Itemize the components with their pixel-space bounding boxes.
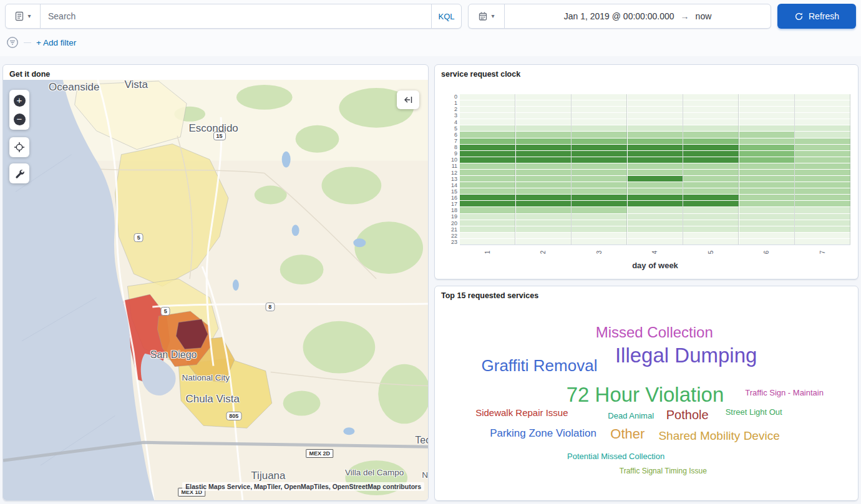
heatmap-cell[interactable] [516, 157, 572, 163]
heatmap-cell[interactable] [460, 201, 515, 206]
heatmap-cell[interactable] [460, 239, 515, 245]
heatmap-cell[interactable] [516, 176, 572, 182]
heatmap-cell[interactable] [516, 145, 572, 150]
heatmap-cell[interactable] [516, 182, 572, 188]
heatmap-cell[interactable] [516, 220, 572, 226]
heatmap-cell[interactable] [739, 214, 795, 220]
heatmap-cell[interactable] [795, 182, 850, 188]
draw-tools-button[interactable] [9, 163, 29, 183]
heatmap-cell[interactable] [460, 207, 515, 213]
heatmap-cell[interactable] [460, 214, 515, 220]
heatmap-cell[interactable] [572, 201, 627, 206]
heatmap-cell[interactable] [628, 107, 683, 112]
heatmap-cell[interactable] [572, 170, 627, 175]
heatmap-cell[interactable] [460, 100, 515, 106]
heatmap-cell[interactable] [628, 151, 683, 157]
heatmap-cell[interactable] [572, 220, 627, 226]
heatmap-cell[interactable] [683, 226, 739, 232]
heatmap-cell[interactable] [795, 132, 850, 137]
heatmap-cell[interactable] [628, 214, 683, 220]
heatmap-cell[interactable] [516, 119, 572, 125]
heatmap-cell[interactable] [516, 170, 572, 175]
heatmap-cell[interactable] [628, 132, 683, 137]
heatmap-cell[interactable] [739, 138, 795, 144]
heatmap-cell[interactable] [572, 163, 627, 169]
heatmap-cell[interactable] [739, 132, 795, 137]
heatmap-cell[interactable] [739, 170, 795, 175]
tagcloud-word[interactable]: Missed Collection [596, 325, 713, 340]
heatmap-cell[interactable] [628, 195, 683, 200]
heatmap-cell[interactable] [572, 125, 627, 131]
heatmap-cell[interactable] [516, 151, 572, 157]
heatmap-cell[interactable] [460, 119, 515, 125]
heatmap-cell[interactable] [460, 125, 515, 131]
heatmap-cell[interactable] [739, 226, 795, 232]
tagcloud-word[interactable]: Traffic Signal Timing Issue [620, 467, 707, 475]
heatmap-cell[interactable] [572, 151, 627, 157]
heatmap-cell[interactable] [460, 170, 515, 175]
heatmap-cell[interactable] [683, 107, 739, 112]
heatmap-cell[interactable] [739, 195, 795, 200]
heatmap-cell[interactable] [795, 195, 850, 200]
heatmap-cell[interactable] [739, 145, 795, 150]
heatmap-cell[interactable] [795, 207, 850, 213]
heatmap-cell[interactable] [628, 138, 683, 144]
heatmap-cell[interactable] [683, 151, 739, 157]
heatmap-cell[interactable] [628, 188, 683, 194]
heatmap-cell[interactable] [516, 138, 572, 144]
map-attribution[interactable]: Elastic Maps Service, MapTiler, OpenMapT… [182, 482, 424, 491]
heatmap-cell[interactable] [516, 163, 572, 169]
heatmap-cell[interactable] [795, 94, 850, 100]
heatmap-cell[interactable] [572, 132, 627, 137]
heatmap-cell[interactable] [683, 214, 739, 220]
heatmap-cell[interactable] [795, 163, 850, 169]
heatmap-cell[interactable] [516, 100, 572, 106]
heatmap-cell[interactable] [628, 207, 683, 213]
heatmap-cell[interactable] [572, 239, 627, 245]
tagcloud-word[interactable]: Other [610, 427, 645, 441]
heatmap-cell[interactable] [460, 113, 515, 119]
tagcloud-word[interactable]: Dead Animal [608, 411, 654, 419]
heatmap-cell[interactable] [683, 138, 739, 144]
tagcloud-word[interactable]: Pothole [666, 409, 709, 421]
set-view-button[interactable] [9, 137, 29, 157]
heatmap-cell[interactable] [572, 100, 627, 106]
heatmap-cell[interactable] [795, 214, 850, 220]
heatmap-cell[interactable] [683, 100, 739, 106]
heatmap-cell[interactable] [628, 201, 683, 206]
tagcloud-word[interactable]: Potential Missed Collection [567, 452, 664, 460]
heatmap-cell[interactable] [460, 182, 515, 188]
saved-queries-button[interactable]: ▾ [6, 4, 41, 28]
heatmap-cell[interactable] [683, 94, 739, 100]
heatmap-cell[interactable] [795, 220, 850, 226]
heatmap-cell[interactable] [795, 188, 850, 194]
heatmap-cell[interactable] [460, 220, 515, 226]
heatmap-cell[interactable] [572, 176, 627, 182]
tagcloud-word[interactable]: Shared Mobility Device [658, 430, 779, 442]
heatmap-cell[interactable] [795, 138, 850, 144]
heatmap-cell[interactable] [516, 132, 572, 137]
date-range-end[interactable]: now [696, 11, 712, 21]
heatmap-cell[interactable] [795, 151, 850, 157]
tagcloud-word[interactable]: Illegal Dumping [615, 344, 757, 365]
heatmap-cell[interactable] [628, 233, 683, 238]
heatmap-cell[interactable] [628, 119, 683, 125]
filter-icon[interactable] [6, 36, 19, 49]
tagcloud-word[interactable]: Sidewalk Repair Issue [475, 407, 568, 417]
heatmap-cell[interactable] [739, 151, 795, 157]
heatmap-cell[interactable] [739, 107, 795, 112]
heatmap-cell[interactable] [795, 145, 850, 150]
heatmap-cell[interactable] [739, 163, 795, 169]
heatmap-cell[interactable] [795, 119, 850, 125]
heatmap-cell[interactable] [572, 145, 627, 150]
heatmap-cell[interactable] [683, 188, 739, 194]
heatmap-cell[interactable] [739, 207, 795, 213]
heatmap-cell[interactable] [739, 119, 795, 125]
heatmap-cell[interactable] [460, 138, 515, 144]
heatmap-cell[interactable] [739, 176, 795, 182]
heatmap-cell[interactable] [683, 233, 739, 238]
heatmap-cell[interactable] [572, 207, 627, 213]
heatmap-cell[interactable] [460, 176, 515, 182]
tagcloud-word[interactable]: Parking Zone Violation [490, 428, 596, 439]
heatmap-cell[interactable] [795, 176, 850, 182]
